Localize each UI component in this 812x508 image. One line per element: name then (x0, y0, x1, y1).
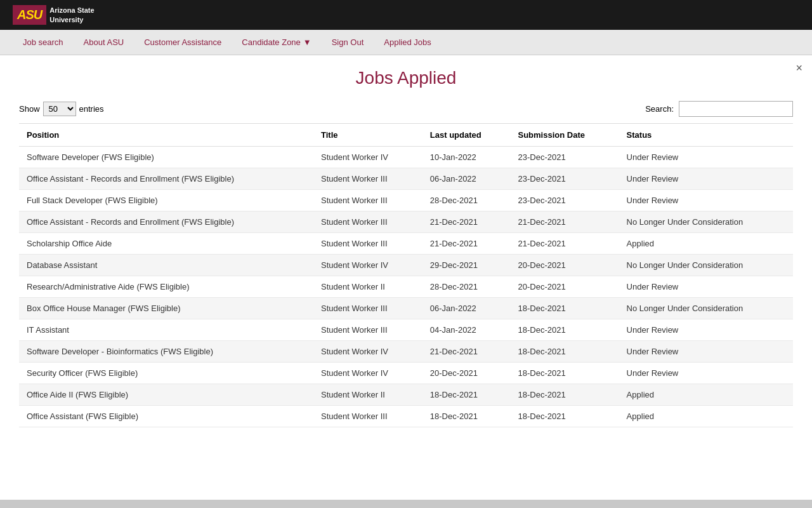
page-title: Jobs Applied (19, 68, 793, 88)
nav-sign-out[interactable]: Sign Out (322, 30, 374, 55)
cell-title: Student Worker III (313, 190, 422, 211)
header: ASU Arizona State University (0, 0, 812, 30)
entries-label: entries (79, 104, 104, 114)
cell-status: Under Review (619, 363, 793, 384)
nav-applied-jobs[interactable]: Applied Jobs (374, 30, 441, 55)
table-row: IT AssistantStudent Worker III04-Jan-202… (19, 319, 793, 341)
cell-submission_date: 18-Dec-2021 (510, 298, 619, 319)
logo-university-text: Arizona State University (49, 6, 94, 24)
table-header-row: Position Title Last updated Submission D… (19, 124, 793, 147)
jobs-table: Position Title Last updated Submission D… (19, 123, 793, 427)
cell-title: Student Worker III (313, 233, 422, 255)
cell-submission_date: 21-Dec-2021 (510, 233, 619, 255)
cell-status: Under Review (619, 190, 793, 211)
cell-submission_date: 18-Dec-2021 (510, 384, 619, 406)
table-row: Box Office House Manager (FWS Eligible)S… (19, 298, 793, 319)
show-entries-control: Show 50 10 25 100 entries (19, 102, 104, 116)
table-row: Scholarship Office AideStudent Worker II… (19, 233, 793, 255)
cell-status: No Longer Under Consideration (619, 298, 793, 319)
main-content: × Jobs Applied Show 50 10 25 100 entries… (0, 55, 812, 500)
cell-last_updated: 06-Jan-2022 (422, 298, 511, 319)
table-controls: Show 50 10 25 100 entries Search: (19, 101, 793, 117)
cell-position: Office Assistant - Records and Enrollmen… (19, 168, 313, 190)
entries-select[interactable]: 50 10 25 100 (43, 102, 76, 116)
cell-last_updated: 21-Dec-2021 (422, 211, 511, 233)
cell-position: Security Officer (FWS Eligible) (19, 363, 313, 384)
logo-box: ASU (13, 5, 46, 25)
cell-title: Student Worker III (313, 211, 422, 233)
cell-position: Office Aide II (FWS Eligible) (19, 384, 313, 406)
cell-last_updated: 10-Jan-2022 (422, 147, 511, 168)
cell-title: Student Worker III (313, 319, 422, 341)
col-submission-date: Submission Date (510, 124, 619, 147)
close-button[interactable]: × (796, 62, 802, 75)
cell-last_updated: 28-Dec-2021 (422, 190, 511, 211)
cell-submission_date: 18-Dec-2021 (510, 341, 619, 363)
cell-status: Under Review (619, 147, 793, 168)
cell-title: Student Worker IV (313, 363, 422, 384)
cell-last_updated: 18-Dec-2021 (422, 384, 511, 406)
search-input[interactable] (679, 101, 793, 117)
cell-title: Student Worker III (313, 298, 422, 319)
col-status: Status (619, 124, 793, 147)
cell-submission_date: 23-Dec-2021 (510, 168, 619, 190)
table-row: Software Developer (FWS Eligible)Student… (19, 147, 793, 168)
col-title: Title (313, 124, 422, 147)
cell-status: Under Review (619, 341, 793, 363)
chevron-down-icon: ▼ (303, 37, 311, 47)
cell-last_updated: 21-Dec-2021 (422, 341, 511, 363)
cell-submission_date: 20-Dec-2021 (510, 255, 619, 276)
table-row: Database AssistantStudent Worker IV29-De… (19, 255, 793, 276)
col-position: Position (19, 124, 313, 147)
table-row: Office Assistant - Records and Enrollmen… (19, 168, 793, 190)
cell-title: Student Worker III (313, 168, 422, 190)
cell-position: Database Assistant (19, 255, 313, 276)
cell-last_updated: 18-Dec-2021 (422, 406, 511, 427)
table-row: Software Developer - Bioinformatics (FWS… (19, 341, 793, 363)
cell-submission_date: 18-Dec-2021 (510, 363, 619, 384)
cell-position: IT Assistant (19, 319, 313, 341)
col-last-updated: Last updated (422, 124, 511, 147)
table-row: Office Assistant - Records and Enrollmen… (19, 211, 793, 233)
cell-position: Box Office House Manager (FWS Eligible) (19, 298, 313, 319)
nav-candidate-zone[interactable]: Candidate Zone ▼ (232, 30, 321, 55)
table-row: Security Officer (FWS Eligible)Student W… (19, 363, 793, 384)
cell-title: Student Worker III (313, 406, 422, 427)
cell-submission_date: 23-Dec-2021 (510, 190, 619, 211)
cell-submission_date: 20-Dec-2021 (510, 276, 619, 298)
show-label: Show (19, 104, 40, 114)
cell-last_updated: 06-Jan-2022 (422, 168, 511, 190)
nav-customer-assistance[interactable]: Customer Assistance (134, 30, 232, 55)
nav-job-search[interactable]: Job search (13, 30, 74, 55)
table-row: Office Aide II (FWS Eligible)Student Wor… (19, 384, 793, 406)
cell-status: No Longer Under Consideration (619, 255, 793, 276)
cell-title: Student Worker IV (313, 341, 422, 363)
cell-position: Scholarship Office Aide (19, 233, 313, 255)
cell-position: Full Stack Developer (FWS Eligible) (19, 190, 313, 211)
cell-last_updated: 21-Dec-2021 (422, 233, 511, 255)
cell-submission_date: 21-Dec-2021 (510, 211, 619, 233)
cell-status: Under Review (619, 319, 793, 341)
cell-status: Under Review (619, 276, 793, 298)
cell-title: Student Worker IV (313, 255, 422, 276)
cell-position: Software Developer - Bioinformatics (FWS… (19, 341, 313, 363)
cell-last_updated: 20-Dec-2021 (422, 363, 511, 384)
cell-status: Under Review (619, 168, 793, 190)
cell-status: Applied (619, 233, 793, 255)
cell-last_updated: 29-Dec-2021 (422, 255, 511, 276)
logo-asu-text: ASU (17, 8, 42, 22)
cell-last_updated: 28-Dec-2021 (422, 276, 511, 298)
search-label: Search: (645, 104, 674, 114)
nav-about-asu[interactable]: About ASU (74, 30, 134, 55)
table-row: Full Stack Developer (FWS Eligible)Stude… (19, 190, 793, 211)
cell-position: Office Assistant (FWS Eligible) (19, 406, 313, 427)
cell-status: No Longer Under Consideration (619, 211, 793, 233)
logo[interactable]: ASU Arizona State University (13, 5, 95, 25)
cell-last_updated: 04-Jan-2022 (422, 319, 511, 341)
cell-position: Software Developer (FWS Eligible) (19, 147, 313, 168)
table-row: Research/Administrative Aide (FWS Eligib… (19, 276, 793, 298)
search-box: Search: (645, 101, 793, 117)
cell-submission_date: 18-Dec-2021 (510, 406, 619, 427)
cell-status: Applied (619, 384, 793, 406)
cell-position: Research/Administrative Aide (FWS Eligib… (19, 276, 313, 298)
